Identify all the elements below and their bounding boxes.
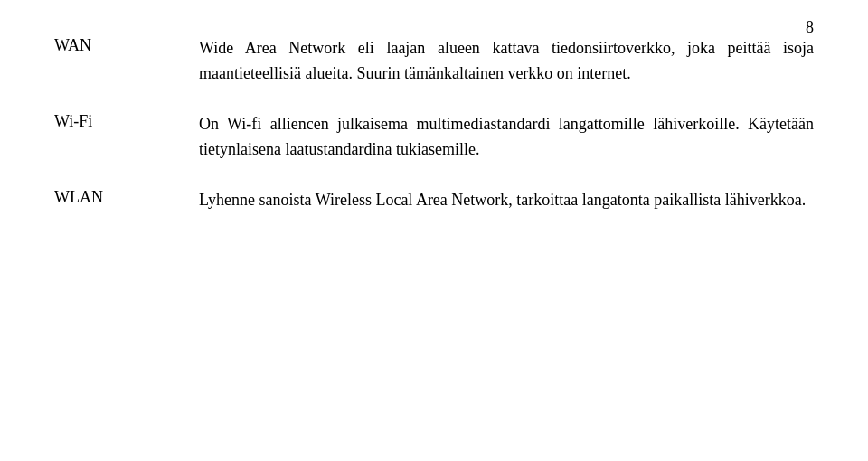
definition-wan: Wide Area Network eli laajan alueen katt… — [199, 36, 814, 87]
term-wifi: Wi-Fi — [54, 112, 199, 163]
entry-wifi: Wi-Fi On Wi-fi alliencen julkaisema mult… — [54, 112, 814, 163]
content: WAN Wide Area Network eli laajan alueen … — [54, 36, 814, 212]
page-number: 8 — [806, 18, 814, 37]
entry-wlan: WLAN Lyhenne sanoista Wireless Local Are… — [54, 188, 814, 213]
entry-wan: WAN Wide Area Network eli laajan alueen … — [54, 36, 814, 87]
term-wlan: WLAN — [54, 188, 199, 213]
definition-wlan: Lyhenne sanoista Wireless Local Area Net… — [199, 188, 814, 213]
definition-wifi: On Wi-fi alliencen julkaisema multimedia… — [199, 112, 814, 163]
term-wan: WAN — [54, 36, 199, 87]
page-container: 8 WAN Wide Area Network eli laajan aluee… — [0, 0, 868, 461]
